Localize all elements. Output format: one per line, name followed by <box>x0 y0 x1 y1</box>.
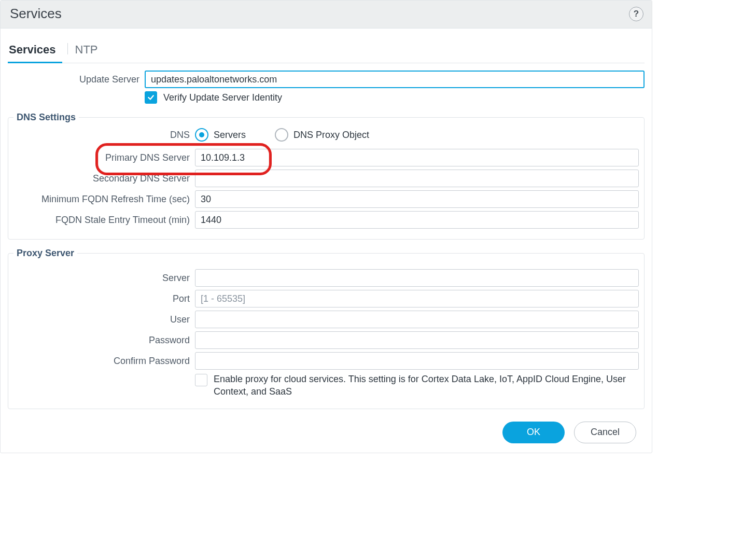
label-proxy-server: Server <box>13 273 195 284</box>
secondary-dns-input[interactable] <box>195 170 639 187</box>
tab-services[interactable]: Services <box>8 40 61 63</box>
group-dns-settings: DNS Settings DNS Servers DNS Proxy Objec… <box>8 112 645 240</box>
tabs: Services NTP <box>8 40 645 63</box>
dialog-title: Services <box>10 6 62 22</box>
checkbox-icon <box>145 91 157 104</box>
ok-button[interactable]: OK <box>502 422 565 443</box>
label-proxy-password: Password <box>13 335 195 346</box>
label-primary-dns: Primary DNS Server <box>13 152 195 163</box>
cancel-button[interactable]: Cancel <box>574 422 636 443</box>
label-proxy-user: User <box>13 314 195 325</box>
row-dns-mode: DNS Servers DNS Proxy Object <box>13 128 639 142</box>
dialog-footer: OK Cancel <box>8 409 645 443</box>
row-secondary-dns: Secondary DNS Server <box>13 170 639 187</box>
row-verify-identity: Verify Update Server Identity <box>8 91 645 104</box>
services-dialog: Services ? Services NTP Update Server <box>0 0 652 453</box>
label-proxy-port: Port <box>13 293 195 304</box>
tab-label: Services <box>9 43 56 56</box>
cancel-button-label: Cancel <box>591 427 620 438</box>
help-icon[interactable]: ? <box>629 7 643 21</box>
update-server-input[interactable] <box>145 71 645 88</box>
tab-separator <box>67 43 68 54</box>
label-fqdn-stale: FQDN Stale Entry Timeout (min) <box>13 215 195 226</box>
help-glyph: ? <box>634 9 639 19</box>
row-proxy-confirm-password: Confirm Password <box>13 352 639 370</box>
row-proxy-password: Password <box>13 331 639 349</box>
label-dns: DNS <box>13 130 195 141</box>
row-proxy-user: User <box>13 311 639 328</box>
radio-proxy-label: DNS Proxy Object <box>293 130 369 141</box>
tab-ntp[interactable]: NTP <box>74 40 103 63</box>
group-proxy-server: Proxy Server Server Port User <box>8 248 645 409</box>
proxy-port-input[interactable] <box>195 290 639 307</box>
dialog-header: Services ? <box>1 1 652 29</box>
proxy-server-input[interactable] <box>195 269 639 287</box>
legend-proxy: Proxy Server <box>13 248 77 259</box>
row-min-fqdn: Minimum FQDN Refresh Time (sec) <box>13 190 639 208</box>
checkbox-icon <box>195 374 207 386</box>
row-enable-proxy-cloud: Enable proxy for cloud services. This se… <box>13 373 639 398</box>
fqdn-stale-input[interactable] <box>195 211 639 229</box>
legend-dns: DNS Settings <box>13 112 79 123</box>
row-primary-dns: Primary DNS Server <box>13 149 639 166</box>
row-update-server: Update Server <box>8 71 645 88</box>
row-proxy-server: Server <box>13 269 639 287</box>
radio-icon <box>275 128 288 142</box>
dialog-content: Services NTP Update Server Verify Update… <box>1 29 652 453</box>
radio-dns-proxy-object[interactable]: DNS Proxy Object <box>275 128 369 142</box>
proxy-confirm-password-input[interactable] <box>195 352 639 370</box>
row-proxy-port: Port <box>13 290 639 307</box>
row-fqdn-stale: FQDN Stale Entry Timeout (min) <box>13 211 639 229</box>
proxy-password-input[interactable] <box>195 331 639 349</box>
label-secondary-dns: Secondary DNS Server <box>13 173 195 184</box>
ok-button-label: OK <box>527 427 540 438</box>
verify-identity-checkbox[interactable]: Verify Update Server Identity <box>145 91 282 104</box>
min-fqdn-refresh-input[interactable] <box>195 190 639 208</box>
tab-label: NTP <box>75 43 98 56</box>
label-update-server: Update Server <box>8 74 145 85</box>
label-min-fqdn: Minimum FQDN Refresh Time (sec) <box>13 194 195 205</box>
proxy-user-input[interactable] <box>195 311 639 328</box>
radio-icon <box>195 128 208 142</box>
enable-proxy-cloud-checkbox[interactable] <box>195 373 207 386</box>
primary-dns-input[interactable] <box>195 149 639 166</box>
label-proxy-confirm-password: Confirm Password <box>13 356 195 367</box>
verify-identity-label: Verify Update Server Identity <box>163 92 282 103</box>
radio-servers[interactable]: Servers <box>195 128 246 142</box>
radio-servers-label: Servers <box>214 130 246 141</box>
enable-proxy-cloud-label: Enable proxy for cloud services. This se… <box>214 373 639 398</box>
